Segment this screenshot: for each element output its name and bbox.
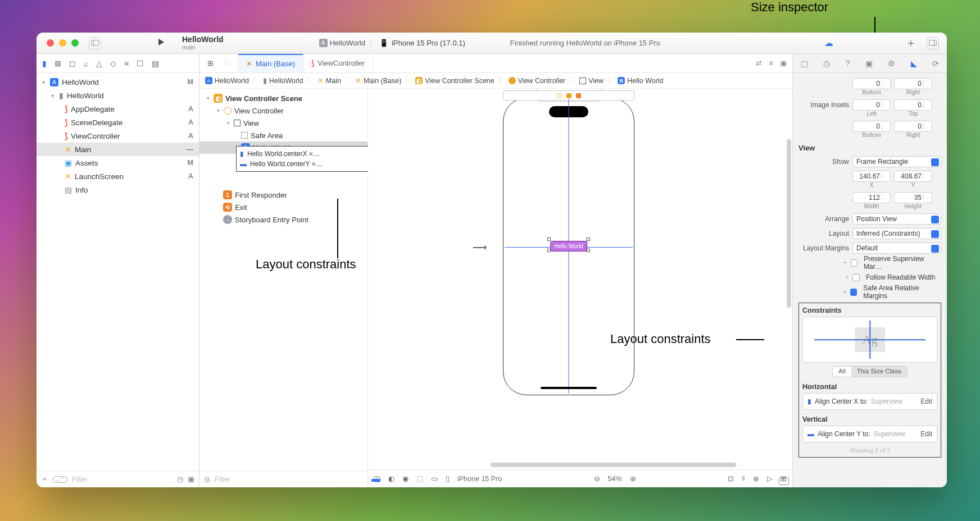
run-button[interactable] [157, 38, 165, 48]
outline-filter[interactable]: ◎ Filter [199, 470, 368, 487]
icon[interactable]: ▤ [152, 59, 159, 68]
nav-folder[interactable]: ▾▮HelloWorld [37, 89, 199, 102]
tab-viewcontroller[interactable]: ⟆ViewController [303, 54, 373, 72]
y-field[interactable]: 408.67 [894, 171, 932, 182]
nav-file[interactable]: ▤Info [37, 183, 199, 196]
show-select[interactable]: Frame Rectangle [852, 156, 941, 167]
arrange-select[interactable]: Position View [852, 213, 941, 225]
tab-main[interactable]: ✕Main (Base) [238, 54, 303, 72]
icon[interactable]: ▭ [431, 474, 438, 483]
inset-field[interactable]: 0 [894, 78, 932, 89]
icon[interactable]: ⊡ [728, 474, 734, 483]
hello-world-button[interactable]: Hello World [550, 241, 587, 252]
icon[interactable]: ▣ [188, 475, 194, 483]
layout-select[interactable]: Inferred (Constraints) [852, 228, 941, 239]
phone-icon[interactable]: ▯ [446, 474, 450, 483]
inset-field[interactable]: 0 [894, 121, 932, 132]
margins-select[interactable]: Default [852, 243, 941, 254]
icon[interactable]: ≡ [124, 59, 129, 68]
forward-icon[interactable]: 〉 [228, 58, 235, 68]
tag-icon[interactable]: ▬ [371, 474, 380, 484]
height-field[interactable]: 35 [894, 192, 932, 203]
traffic-lights[interactable] [37, 39, 79, 47]
project-tree[interactable]: ▾AHelloWorldM ▾▮HelloWorld ⟆AppDelegateA… [37, 73, 199, 470]
back-icon[interactable]: 〈 [220, 58, 228, 68]
icon[interactable]: ▷ [767, 474, 773, 483]
cloud-icon[interactable]: ☁ [824, 38, 833, 48]
minimize-icon[interactable] [59, 39, 66, 47]
selection-handle[interactable] [547, 237, 551, 241]
document-outline[interactable]: ▾◧View Controller Scene ▾View Controller… [199, 89, 368, 487]
inset-field[interactable]: 0 [852, 121, 891, 132]
clock-icon[interactable]: ◷ [177, 475, 183, 483]
file-inspector-icon[interactable]: ▢ [801, 59, 808, 68]
zoom-level[interactable]: 54% [608, 475, 622, 483]
outline-exit[interactable]: ⟲Exit [199, 201, 368, 213]
filter-icon[interactable]: ◎ [204, 475, 210, 483]
nav-project[interactable]: ▾AHelloWorldM [37, 75, 199, 89]
nav-file[interactable]: ⟆SceneDelegateA [37, 116, 199, 129]
inspector-tabs[interactable]: ▢ ◷ ? ▣ ⚙ ◣ ⟳ [793, 54, 947, 73]
constraint-centerx[interactable]: ▮Hello World.centerX =… [240, 149, 378, 159]
icon[interactable]: ⫴ [742, 474, 745, 483]
safearea-checkbox[interactable] [850, 289, 857, 296]
filter-icon[interactable]: ⌄⌃ [53, 476, 67, 483]
selection-handle[interactable] [587, 249, 590, 252]
inset-field[interactable]: 0 [852, 99, 891, 111]
readable-checkbox[interactable] [852, 274, 860, 281]
constraint-centerx-row[interactable]: ▮Align Center X to:SuperviewEdit [802, 393, 937, 410]
outline-firstresponder[interactable]: 1First Responder [199, 189, 368, 201]
icon[interactable]: ◉ [402, 474, 409, 483]
ib-canvas[interactable]: View Controller Hello World ⟶ [368, 89, 792, 487]
minimap-icon[interactable] [779, 477, 789, 485]
device-label[interactable]: iPhone 15 Pro [457, 475, 502, 483]
attributes-inspector-icon[interactable]: ⚙ [888, 59, 895, 68]
constraint-centery[interactable]: ▬Hello World.centerY =… [240, 159, 378, 169]
icon[interactable]: ⬚ [416, 474, 423, 483]
outline-vc[interactable]: ▾View Controller [199, 104, 368, 117]
help-inspector-icon[interactable]: ? [846, 59, 850, 68]
zoom-in-icon[interactable]: ⊕ [630, 474, 636, 483]
selection-handle[interactable] [547, 249, 551, 252]
width-field[interactable]: 112 [852, 192, 891, 203]
nav-file[interactable]: ▣AssetsM [37, 156, 199, 170]
nav-file[interactable]: ⟆ViewControllerA [37, 129, 199, 143]
icon[interactable]: ⊠ [55, 59, 61, 68]
scheme-selector[interactable]: AHelloWorld 〉 📱 iPhone 15 Pro (17.0.1) [319, 38, 465, 48]
add-icon[interactable]: ＋ [41, 474, 48, 484]
inset-field[interactable]: 0 [894, 99, 932, 111]
icon[interactable]: ▣ [780, 59, 787, 67]
icon[interactable]: ≡ [769, 59, 773, 67]
nav-file[interactable]: ✕LaunchScreenA [37, 170, 199, 183]
identity-inspector-icon[interactable]: ▣ [865, 59, 873, 68]
horizontal-scrollbar[interactable] [491, 463, 736, 467]
device-preview[interactable]: View Controller Hello World [503, 98, 634, 395]
x-field[interactable]: 140.67 [852, 171, 891, 182]
warning-icon[interactable]: △ [96, 59, 102, 68]
outline-view[interactable]: ▾View [199, 117, 368, 129]
constraints-preview[interactable]: Ag [802, 317, 937, 363]
breadcrumb[interactable]: AHelloWorld〉 ▮HelloWorld〉 ✕Main〉 ✕Main (… [199, 73, 792, 89]
nav-file[interactable]: ⟆AppDelegateA [37, 102, 199, 116]
edit-button[interactable]: Edit [920, 397, 932, 405]
history-inspector-icon[interactable]: ◷ [823, 59, 830, 68]
icon[interactable]: ◇ [110, 59, 116, 68]
preserve-checkbox[interactable] [851, 259, 858, 267]
connections-inspector-icon[interactable]: ⟳ [932, 59, 939, 68]
outline-entrypoint[interactable]: →Storyboard Entry Point [199, 213, 368, 226]
folder-icon[interactable]: ▮ [42, 59, 47, 68]
outline-safearea[interactable]: Safe Area [199, 129, 368, 141]
search-icon[interactable]: ⌕ [84, 59, 88, 68]
nav-file-selected[interactable]: ✕Main— [37, 143, 199, 156]
bookmark-icon[interactable]: ◻ [69, 59, 76, 68]
navigator-tabs[interactable]: ▮ ⊠ ◻ ⌕ △ ◇ ≡ ☐ ▤ [37, 54, 199, 73]
constraint-centery-row[interactable]: ▬Align Center Y to:SuperviewEdit [802, 426, 937, 442]
vertical-scrollbar[interactable] [787, 139, 791, 308]
icon[interactable]: ⇄ [756, 59, 762, 67]
zoom-icon[interactable] [71, 39, 79, 47]
icon[interactable]: ◐ [388, 474, 394, 483]
sidebar-toggle-icon[interactable] [89, 37, 101, 49]
selection-handle[interactable] [587, 237, 590, 241]
icon[interactable]: ☐ [137, 59, 144, 68]
grid-icon[interactable]: ⊞ [204, 59, 217, 67]
